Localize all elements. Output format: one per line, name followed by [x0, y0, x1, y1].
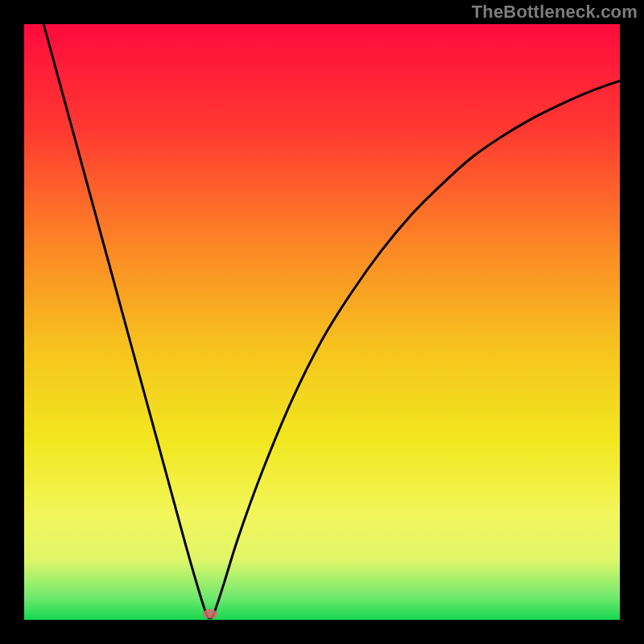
gradient-background [24, 24, 620, 620]
chart-container: TheBottleneck.com [0, 0, 644, 644]
bottleneck-chart [24, 24, 620, 620]
svg-point-1 [203, 609, 217, 619]
watermark-text: TheBottleneck.com [472, 2, 638, 23]
optimal-marker [203, 609, 217, 619]
plot-area [24, 24, 620, 620]
